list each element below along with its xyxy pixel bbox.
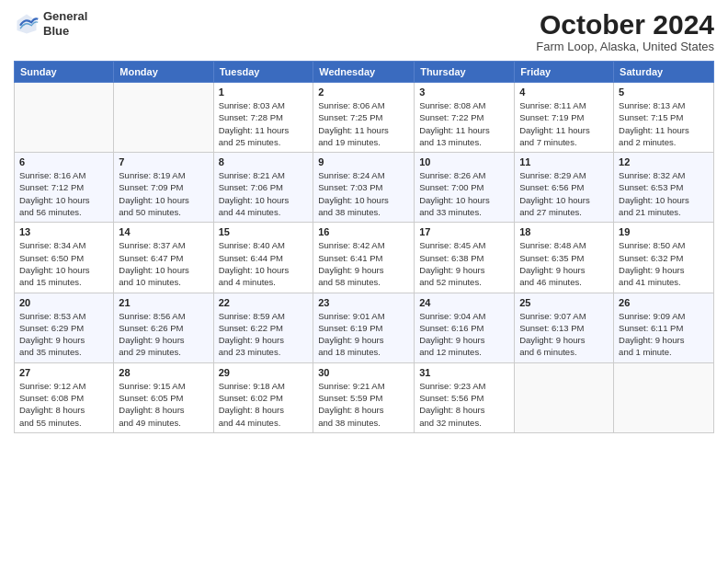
- calendar-cell: 29Sunrise: 9:18 AM Sunset: 6:02 PM Dayli…: [213, 362, 313, 432]
- header-row: SundayMondayTuesdayWednesdayThursdayFrid…: [15, 62, 714, 83]
- day-info: Sunrise: 8:37 AM Sunset: 6:47 PM Dayligh…: [119, 239, 208, 288]
- day-info: Sunrise: 8:29 AM Sunset: 6:56 PM Dayligh…: [519, 169, 609, 218]
- day-number: 30: [318, 367, 409, 378]
- day-info: Sunrise: 8:08 AM Sunset: 7:22 PM Dayligh…: [419, 99, 509, 148]
- day-number: 2: [318, 86, 409, 98]
- day-info: Sunrise: 8:11 AM Sunset: 7:19 PM Dayligh…: [519, 99, 609, 148]
- day-number: 31: [419, 367, 509, 378]
- calendar-cell: 7Sunrise: 8:19 AM Sunset: 7:09 PM Daylig…: [114, 153, 213, 223]
- day-number: 24: [419, 297, 509, 308]
- day-info: Sunrise: 8:06 AM Sunset: 7:25 PM Dayligh…: [318, 99, 409, 148]
- day-number: 18: [519, 226, 609, 237]
- calendar-cell: 19Sunrise: 8:50 AM Sunset: 6:32 PM Dayli…: [614, 223, 714, 293]
- day-number: 9: [318, 156, 409, 167]
- day-info: Sunrise: 9:01 AM Sunset: 6:19 PM Dayligh…: [318, 310, 409, 359]
- day-info: Sunrise: 9:12 AM Sunset: 6:08 PM Dayligh…: [19, 380, 108, 429]
- day-info: Sunrise: 8:45 AM Sunset: 6:38 PM Dayligh…: [419, 239, 509, 288]
- day-info: Sunrise: 8:03 AM Sunset: 7:28 PM Dayligh…: [219, 99, 309, 148]
- calendar-cell: 13Sunrise: 8:34 AM Sunset: 6:50 PM Dayli…: [15, 223, 114, 293]
- day-number: 28: [119, 367, 208, 378]
- day-number: 8: [219, 156, 309, 167]
- day-number: 7: [119, 156, 208, 167]
- logo-text: General Blue: [43, 9, 87, 38]
- calendar-cell: 3Sunrise: 8:08 AM Sunset: 7:22 PM Daylig…: [415, 83, 515, 153]
- calendar-cell: 26Sunrise: 9:09 AM Sunset: 6:11 PM Dayli…: [614, 293, 714, 362]
- calendar-cell: 22Sunrise: 8:59 AM Sunset: 6:22 PM Dayli…: [213, 293, 313, 362]
- day-number: 22: [219, 297, 309, 308]
- calendar-cell: 20Sunrise: 8:53 AM Sunset: 6:29 PM Dayli…: [15, 293, 114, 362]
- day-info: Sunrise: 8:24 AM Sunset: 7:03 PM Dayligh…: [318, 169, 409, 218]
- day-info: Sunrise: 8:48 AM Sunset: 6:35 PM Dayligh…: [519, 239, 609, 288]
- day-info: Sunrise: 8:42 AM Sunset: 6:41 PM Dayligh…: [318, 239, 409, 288]
- calendar-cell: 23Sunrise: 9:01 AM Sunset: 6:19 PM Dayli…: [313, 293, 415, 362]
- calendar-cell: 1Sunrise: 8:03 AM Sunset: 7:28 PM Daylig…: [213, 83, 313, 153]
- main-title: October 2024: [536, 9, 714, 40]
- calendar-cell: 9Sunrise: 8:24 AM Sunset: 7:03 PM Daylig…: [313, 153, 415, 223]
- header-tuesday: Tuesday: [213, 62, 313, 83]
- day-number: 29: [219, 367, 309, 378]
- calendar-cell: 21Sunrise: 8:56 AM Sunset: 6:26 PM Dayli…: [114, 293, 213, 362]
- day-info: Sunrise: 8:32 AM Sunset: 6:53 PM Dayligh…: [619, 169, 709, 218]
- day-number: 26: [619, 297, 709, 308]
- title-block: October 2024 Farm Loop, Alaska, United S…: [536, 9, 714, 53]
- calendar-cell: [614, 362, 714, 432]
- calendar-cell: 27Sunrise: 9:12 AM Sunset: 6:08 PM Dayli…: [15, 362, 114, 432]
- day-info: Sunrise: 9:21 AM Sunset: 5:59 PM Dayligh…: [318, 380, 409, 429]
- day-number: 6: [19, 156, 108, 167]
- calendar-cell: 6Sunrise: 8:16 AM Sunset: 7:12 PM Daylig…: [15, 153, 114, 223]
- day-number: 21: [119, 297, 208, 308]
- day-number: 20: [19, 297, 108, 308]
- day-number: 11: [519, 156, 609, 167]
- day-info: Sunrise: 8:50 AM Sunset: 6:32 PM Dayligh…: [619, 239, 709, 288]
- calendar-cell: [515, 362, 614, 432]
- calendar-cell: 30Sunrise: 9:21 AM Sunset: 5:59 PM Dayli…: [313, 362, 415, 432]
- header-sunday: Sunday: [15, 62, 114, 83]
- day-number: 5: [619, 86, 709, 98]
- calendar-cell: [114, 83, 213, 153]
- calendar-cell: 11Sunrise: 8:29 AM Sunset: 6:56 PM Dayli…: [515, 153, 614, 223]
- calendar-body: 1Sunrise: 8:03 AM Sunset: 7:28 PM Daylig…: [15, 83, 714, 433]
- day-info: Sunrise: 8:13 AM Sunset: 7:15 PM Dayligh…: [619, 99, 709, 148]
- header-friday: Friday: [515, 62, 614, 83]
- header-wednesday: Wednesday: [313, 62, 415, 83]
- page: General Blue October 2024 Farm Loop, Ala…: [0, 0, 728, 563]
- day-number: 23: [318, 297, 409, 308]
- calendar-cell: 17Sunrise: 8:45 AM Sunset: 6:38 PM Dayli…: [415, 223, 515, 293]
- calendar-header: SundayMondayTuesdayWednesdayThursdayFrid…: [15, 62, 714, 83]
- day-info: Sunrise: 8:40 AM Sunset: 6:44 PM Dayligh…: [219, 239, 309, 288]
- day-number: 4: [519, 86, 609, 98]
- calendar-cell: 18Sunrise: 8:48 AM Sunset: 6:35 PM Dayli…: [515, 223, 614, 293]
- day-number: 14: [119, 226, 208, 237]
- day-number: 19: [619, 226, 709, 237]
- day-number: 13: [19, 226, 108, 237]
- logo-line1: General: [43, 9, 87, 24]
- header-saturday: Saturday: [614, 62, 714, 83]
- day-info: Sunrise: 9:07 AM Sunset: 6:13 PM Dayligh…: [519, 310, 609, 359]
- calendar-cell: 12Sunrise: 8:32 AM Sunset: 6:53 PM Dayli…: [614, 153, 714, 223]
- calendar-cell: [15, 83, 114, 153]
- calendar-cell: 25Sunrise: 9:07 AM Sunset: 6:13 PM Dayli…: [515, 293, 614, 362]
- day-info: Sunrise: 9:09 AM Sunset: 6:11 PM Dayligh…: [619, 310, 709, 359]
- logo: General Blue: [14, 9, 87, 38]
- logo-line2: Blue: [43, 24, 87, 39]
- day-number: 12: [619, 156, 709, 167]
- day-number: 15: [219, 226, 309, 237]
- calendar-cell: 4Sunrise: 8:11 AM Sunset: 7:19 PM Daylig…: [515, 83, 614, 153]
- week-row-1: 1Sunrise: 8:03 AM Sunset: 7:28 PM Daylig…: [15, 83, 714, 153]
- day-info: Sunrise: 8:26 AM Sunset: 7:00 PM Dayligh…: [419, 169, 509, 218]
- day-info: Sunrise: 9:15 AM Sunset: 6:05 PM Dayligh…: [119, 380, 208, 429]
- day-number: 10: [419, 156, 509, 167]
- day-info: Sunrise: 8:19 AM Sunset: 7:09 PM Dayligh…: [119, 169, 208, 218]
- week-row-4: 20Sunrise: 8:53 AM Sunset: 6:29 PM Dayli…: [15, 293, 714, 362]
- day-number: 17: [419, 226, 509, 237]
- week-row-2: 6Sunrise: 8:16 AM Sunset: 7:12 PM Daylig…: [15, 153, 714, 223]
- header-thursday: Thursday: [415, 62, 515, 83]
- calendar-cell: 16Sunrise: 8:42 AM Sunset: 6:41 PM Dayli…: [313, 223, 415, 293]
- day-info: Sunrise: 8:56 AM Sunset: 6:26 PM Dayligh…: [119, 310, 208, 359]
- header: General Blue October 2024 Farm Loop, Ala…: [14, 9, 714, 53]
- calendar-cell: 24Sunrise: 9:04 AM Sunset: 6:16 PM Dayli…: [415, 293, 515, 362]
- week-row-3: 13Sunrise: 8:34 AM Sunset: 6:50 PM Dayli…: [15, 223, 714, 293]
- day-number: 27: [19, 367, 108, 378]
- day-number: 1: [219, 86, 309, 98]
- calendar-cell: 14Sunrise: 8:37 AM Sunset: 6:47 PM Dayli…: [114, 223, 213, 293]
